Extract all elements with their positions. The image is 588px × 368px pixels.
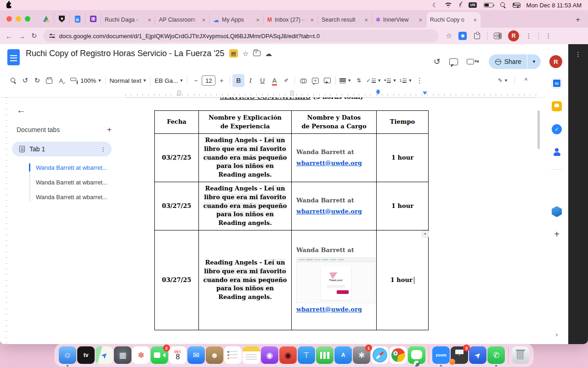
more-tools-button[interactable]: ⋮ [413, 74, 425, 87]
zoom-window-button[interactable] [25, 16, 30, 22]
checklist-button[interactable]: ✓▼ [365, 74, 383, 87]
increase-font-size-button[interactable]: + [215, 74, 227, 87]
table-cell-time[interactable]: 1 hour [377, 134, 428, 182]
address-bar[interactable]: docs.google.com/document/d/1_EjpIQKWjoCr… [43, 29, 438, 42]
site-settings-icon[interactable] [49, 34, 55, 39]
docs-menu-item-docs-menu-view[interactable] [39, 60, 44, 62]
version-history-icon[interactable]: ↺ [434, 58, 441, 66]
dock-printer[interactable]: 3 [451, 346, 468, 364]
dock-trash[interactable] [512, 346, 529, 364]
docs-profile-avatar[interactable]: R [549, 55, 562, 68]
collapse-toolbar-button[interactable]: ^ [520, 74, 532, 87]
side-panel-icon[interactable] [494, 33, 502, 39]
dock-reminders[interactable] [224, 346, 242, 364]
menubar-clock[interactable]: Mon Dec 8 11:53 AM [526, 2, 582, 9]
spotlight-search-icon[interactable] [500, 2, 506, 8]
share-button[interactable]: Share ▼ [489, 54, 541, 69]
browser-tab-tab-search-results[interactable]: Search result × [318, 14, 372, 25]
apple-menu-icon[interactable] [6, 2, 11, 8]
hide-panel-chevron[interactable]: › [556, 330, 558, 338]
highlight-color-button[interactable]: ✐ [280, 74, 292, 87]
table-cell-date[interactable]: 03/27/25 [155, 182, 198, 230]
dock-mail[interactable]: ✉ [187, 346, 205, 364]
star-document-icon[interactable]: ☆ [243, 50, 249, 57]
pinned-tab-drive[interactable] [39, 13, 54, 25]
dock-calendar[interactable]: DEC 8 [169, 346, 187, 364]
table-header-experiencia[interactable]: Nombre y Explicación de Experiencia [199, 111, 291, 133]
text-color-button[interactable]: A [268, 74, 280, 87]
table-cell-description[interactable]: Reading Angels - Leí un libro que era mi… [199, 230, 291, 330]
dock-maps[interactable]: ➤ [96, 346, 113, 364]
browser-tab-tab-innerview[interactable]: ✻ InnerView × [372, 14, 426, 25]
print-button[interactable] [43, 74, 55, 87]
google-docs-logo[interactable] [7, 49, 20, 65]
browser-tab-tab-my-apps[interactable]: ☁ My Apps × [209, 14, 264, 25]
calendar-panel-icon[interactable]: 31 [552, 78, 562, 88]
bulleted-list-button[interactable]: •▼ [383, 74, 398, 87]
font-select[interactable]: EB Ga...▼ [153, 74, 185, 87]
redo-button[interactable]: ↻ [31, 74, 43, 87]
paint-format-button[interactable] [67, 74, 79, 87]
table-cell-description[interactable]: Reading Angels - Leí un libro que era mi… [199, 182, 291, 230]
embedded-screenshot-image[interactable]: Thank you! [296, 257, 375, 303]
dock-contacts[interactable]: ☻ [206, 346, 223, 364]
email-link[interactable]: wbarrett@uwde.org [296, 159, 362, 168]
table-header-tiempo[interactable]: Tiempo [377, 111, 428, 133]
bold-button[interactable]: B [232, 74, 244, 87]
docs-menu-item-docs-menu-tools[interactable] [58, 60, 63, 62]
tasks-panel-icon[interactable]: ✓ [552, 124, 562, 134]
pinned-tab-collegeboard[interactable] [54, 13, 70, 25]
table-column-marker[interactable] [177, 91, 181, 96]
dock-notes[interactable] [243, 346, 260, 364]
close-window-button[interactable] [6, 16, 12, 22]
dock-safari[interactable] [371, 346, 389, 364]
extension-icon[interactable]: ✱ [458, 32, 467, 40]
wifi-icon[interactable] [445, 3, 452, 8]
forward-button[interactable]: → [18, 32, 25, 40]
tab-close-icon[interactable]: × [202, 17, 205, 23]
styles-select[interactable]: Normal text▼ [108, 74, 148, 87]
focus-moon-icon[interactable]: ☾ [432, 2, 438, 9]
sidebar-tab-1[interactable]: Tab 1 ⋮ [12, 142, 112, 156]
dock-chrome[interactable] [390, 346, 407, 364]
browser-tab-tab-ap-classroom[interactable]: AP Classroom × [155, 14, 209, 25]
dock-finder[interactable]: ☺ [59, 346, 76, 364]
move-folder-icon[interactable] [253, 51, 260, 56]
docs-menu-item-docs-menu-edit[interactable] [32, 60, 38, 62]
new-tab-button[interactable]: + [571, 13, 584, 26]
dock-whatsapp[interactable]: ✆ [487, 346, 505, 364]
dock-app-store[interactable]: A [334, 346, 352, 364]
docs-menu-item-docs-menu-insert[interactable] [45, 60, 51, 62]
table-cell-person[interactable]: Wanda Barrett at wbarrett@uwde.org [292, 134, 376, 182]
document-title[interactable]: Ruchi Copy of Registro Horas Servicio - … [26, 49, 225, 58]
url-text[interactable]: docs.google.com/document/d/1_EjpIQKWjoCr… [59, 33, 320, 40]
minimize-window-button[interactable] [16, 16, 21, 22]
underline-button[interactable]: U [256, 74, 268, 87]
tab-close-icon[interactable]: × [473, 17, 477, 23]
search-menus-button[interactable] [7, 74, 19, 87]
dock-launchpad[interactable]: ▦ [114, 346, 131, 364]
bookmark-star-icon[interactable]: ☆ [446, 32, 452, 40]
docs-menu-item-docs-menu-file[interactable] [26, 60, 31, 62]
back-arrow-icon[interactable]: ← [17, 105, 26, 115]
docs-menu-item-docs-menu-extensions[interactable] [64, 60, 70, 62]
dock-podcasts[interactable]: ◉ [261, 346, 278, 364]
table-header-fecha[interactable]: Fecha [155, 111, 198, 133]
dock-apple-tv[interactable]: tv [77, 346, 95, 364]
table-cell-person[interactable]: Wanda Barrett at Thank you! wbarrett@uwd… [292, 230, 376, 330]
document-scrollbar[interactable] [537, 110, 540, 149]
document-heading[interactable]: SERVICIO COMUNITARIO (5 horas total) [154, 98, 429, 100]
meet-video-call-button[interactable]: ▼ [467, 59, 480, 64]
dock-photo-booth[interactable]: ◉ [279, 346, 297, 364]
addon-hexagon-icon[interactable] [552, 206, 562, 217]
dock-zoom[interactable]: zoom [432, 346, 450, 364]
undo-button[interactable]: ↺ [19, 74, 31, 87]
indent-marker[interactable] [376, 92, 380, 97]
email-link[interactable]: wbarrett@uwde.org [296, 207, 362, 216]
outline-item-outline-item-3[interactable]: Wanda Barrett at wbarret... [0, 190, 122, 204]
back-button[interactable]: ← [6, 32, 12, 40]
contacts-panel-icon[interactable] [552, 147, 562, 157]
browser-tab-tab-ruchi-daga[interactable]: Ruchi Daga - × [101, 14, 155, 25]
table-cell-date[interactable]: 03/27/25 [155, 134, 198, 182]
table-cell-time[interactable]: 1 hour [377, 182, 428, 230]
